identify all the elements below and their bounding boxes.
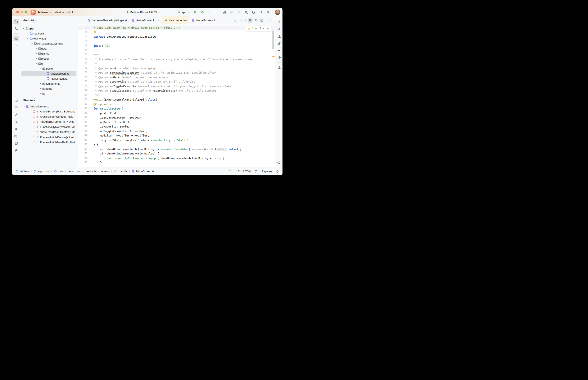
gutter[interactable]: 75	[78, 70, 92, 75]
line-number[interactable]: 76	[78, 75, 92, 80]
line-number[interactable]: 82	[78, 102, 92, 107]
tree-item-partial[interactable]	[20, 91, 78, 96]
breadcrumb-item-java[interactable]: java	[68, 170, 73, 173]
close-tab-icon[interactable]	[157, 19, 160, 21]
line-number[interactable]: 75	[78, 70, 92, 75]
build-button[interactable]	[222, 10, 227, 14]
gutter[interactable]: 87	[78, 124, 92, 129]
chevron-right-icon[interactable]	[39, 82, 42, 85]
tool-stripe-device-mirror[interactable]	[13, 98, 19, 104]
line-number[interactable]: 71	[78, 53, 92, 57]
line-number[interactable]: 16	[78, 30, 92, 35]
structure-item-ArticleScreen[interactable]: fArticleScreen(Post, Boolean,	[20, 109, 78, 114]
chevron-right-icon[interactable]	[35, 52, 38, 55]
attach-debugger-button[interactable]	[244, 10, 249, 14]
breadcrumb-item-JetNews[interactable]: JetNews	[16, 170, 29, 173]
warning-stripe-mark[interactable]	[272, 56, 275, 57]
tool-stripe-build-hammer-plain[interactable]	[13, 112, 19, 118]
line-number[interactable]: 70	[78, 48, 92, 53]
line-number[interactable]: 85	[78, 115, 92, 120]
gutter[interactable]: 19	[78, 43, 92, 48]
tree-item-PostContent.kt[interactable]: PostContent.kt	[20, 76, 78, 81]
breadcrumb-item-article[interactable]: article	[121, 170, 127, 173]
line-number[interactable]: 94	[78, 156, 92, 161]
chevron-right-icon[interactable]	[39, 87, 42, 90]
line-number[interactable]: 95	[78, 160, 92, 165]
project-logo[interactable]: JN	[31, 10, 36, 15]
tree-item-manifests[interactable]: manifests	[20, 31, 78, 36]
line-number[interactable]: 72	[78, 57, 92, 62]
tool-stripe-gemini[interactable]	[276, 47, 282, 53]
warning-stripe-mark[interactable]	[272, 37, 275, 37]
structure-item-sharePost[interactable]: fsharePost(Post, Context): Un	[20, 130, 78, 135]
tree-item-ui[interactable]: ui	[20, 61, 78, 66]
chevron-down-icon[interactable]	[35, 62, 38, 65]
gutter[interactable]: 1	[78, 25, 92, 30]
next-problem-button[interactable]	[266, 27, 269, 30]
gutter[interactable]: 80	[78, 93, 92, 98]
line-number[interactable]: 87	[78, 124, 92, 129]
run-configuration-selector[interactable]: app	[178, 10, 190, 14]
gutter[interactable]: 79	[78, 88, 92, 93]
search-everywhere-button[interactable]	[259, 10, 263, 14]
project-view-selector[interactable]: Android	[20, 16, 78, 24]
tool-stripe-profiler[interactable]	[13, 119, 19, 125]
tool-stripe-problems[interactable]	[276, 159, 282, 165]
apply-changes-button[interactable]	[237, 10, 241, 14]
tool-stripe-terminal[interactable]	[13, 140, 19, 146]
settings-button[interactable]	[266, 10, 271, 14]
line-number[interactable]: 83	[78, 106, 92, 111]
tool-stripe-more-horizontal[interactable]	[13, 43, 19, 49]
minimize-window-button[interactable]	[20, 11, 23, 13]
chevron-down-icon[interactable]	[26, 37, 29, 40]
tab-action-kotlin-faded[interactable]	[233, 18, 238, 23]
line-number[interactable]: 89	[78, 133, 92, 138]
breadcrumb-item-com[interactable]: com	[77, 170, 82, 173]
tab-action-image-view[interactable]	[259, 18, 264, 23]
encoding[interactable]: UTF-8	[243, 170, 251, 173]
tool-stripe-resource-manager[interactable]	[13, 26, 19, 32]
tool-stripe-device-manager[interactable]	[276, 33, 282, 39]
tree-item-ArticleScreen.kt[interactable]: ArticleScreen.kt	[20, 71, 78, 76]
line-number[interactable]: 74	[78, 66, 92, 71]
line-number[interactable]: 92	[78, 147, 92, 152]
gutter[interactable]: 88	[78, 129, 92, 133]
tree-item-kotlin+java[interactable]: kotlin+java	[20, 36, 78, 41]
structure-item-ArticleScreenContent[interactable]: fArticleScreenContent(Post, ()	[20, 114, 78, 119]
line-number[interactable]: 93	[78, 151, 92, 156]
gutter[interactable]: 78	[78, 84, 92, 89]
editor-tab-ArticleScreen.kt[interactable]: ArticleScreen.kt	[129, 16, 162, 24]
gutter[interactable]: 93	[78, 151, 92, 156]
chevron-right-icon[interactable]	[35, 47, 38, 50]
previous-problem-button[interactable]	[263, 27, 265, 30]
gutter[interactable]: 70	[78, 48, 92, 53]
line-number[interactable]: 80	[78, 93, 92, 98]
vcs-widget[interactable]: Version control	[55, 11, 76, 14]
gutter[interactable]: 17	[78, 35, 92, 39]
structure-item-PreviewArticleNavRail[interactable]: fPreviewArticleNavRail(): Unit	[20, 140, 78, 145]
indent-setting[interactable]: 4 spaces	[262, 170, 272, 173]
gutter[interactable]: 94	[78, 156, 92, 161]
editor-scrollbar[interactable]	[272, 30, 274, 49]
tab-action-kebab[interactable]	[268, 18, 273, 23]
line-number[interactable]: 81	[78, 97, 92, 102]
chevron-right-icon[interactable]	[26, 32, 29, 35]
tool-stripe-structure[interactable]	[13, 36, 19, 41]
breadcrumb-item-main[interactable]: main	[54, 170, 63, 173]
line-number[interactable]: 84	[78, 111, 92, 115]
gutter[interactable]: 83	[78, 106, 92, 111]
gutter[interactable]: 85	[78, 115, 92, 120]
intention-bulb-icon[interactable]	[94, 31, 97, 34]
gutter[interactable]: 74	[78, 66, 92, 71]
tool-stripe-app-insights[interactable]	[13, 126, 19, 132]
breadcrumb-item-ui[interactable]: ui	[114, 170, 116, 173]
run-button[interactable]	[192, 9, 198, 15]
tab-action-split-view[interactable]	[253, 18, 258, 23]
breadcrumb-item-ArticleScreen.kt[interactable]: ArticleScreen.kt	[132, 170, 154, 173]
gutter[interactable]: 95	[78, 160, 92, 165]
tree-item-glance[interactable]: glance	[20, 51, 78, 56]
tool-stripe-version-control[interactable]	[13, 148, 19, 153]
gutter[interactable]: 16	[78, 30, 92, 35]
structure-item-FunctionalityNotAvailablePop[interactable]: fFunctionalityNotAvailablePop	[20, 124, 78, 130]
avatar[interactable]	[275, 9, 280, 15]
